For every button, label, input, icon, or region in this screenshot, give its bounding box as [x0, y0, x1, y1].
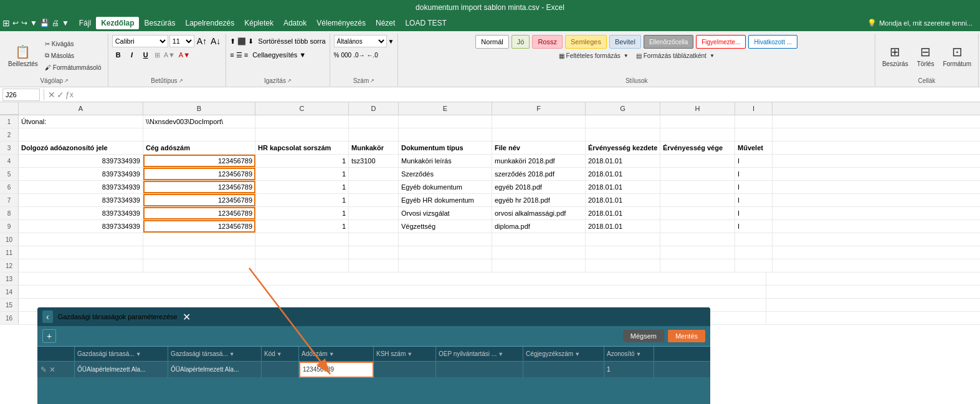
cell[interactable] — [660, 128, 735, 141]
align-left-icon[interactable]: ≡ — [230, 51, 234, 59]
cell[interactable]: Cég adószám — [143, 142, 255, 154]
cell[interactable]: I — [735, 220, 773, 233]
cell[interactable] — [349, 181, 399, 193]
cell[interactable]: I — [735, 194, 773, 206]
cell[interactable]: Munkaköri leírás — [399, 155, 492, 167]
cell[interactable]: 1 — [255, 194, 349, 206]
cell[interactable]: szerződés 2018.pdf — [492, 168, 586, 180]
cell[interactable] — [586, 259, 660, 272]
cell[interactable] — [735, 233, 773, 246]
cell[interactable]: I — [735, 181, 773, 193]
conditional-formatting-button[interactable]: ▦ Feltételes formázás ▼ — [556, 50, 631, 61]
cell[interactable] — [586, 233, 660, 246]
cell[interactable]: Érvényesség kezdete — [586, 142, 660, 154]
cell[interactable] — [19, 246, 143, 259]
cell[interactable]: 8397334939 — [19, 181, 143, 193]
cell[interactable]: HR kapcsolat sorszám — [255, 142, 349, 154]
cell[interactable] — [143, 233, 255, 246]
cell[interactable]: 8397334939 — [19, 207, 143, 219]
style-hivatkoz[interactable]: Hivatkozott ... — [748, 35, 797, 49]
cell-reference-input[interactable] — [2, 89, 40, 101]
cut-button[interactable]: ✂ Kivágás — [42, 38, 104, 49]
number-format-select[interactable]: Általános — [334, 35, 387, 47]
cell[interactable] — [349, 233, 399, 246]
cell-b5[interactable]: 123456789 — [143, 168, 255, 180]
cell[interactable]: Egyéb dokumentum — [399, 181, 492, 193]
style-normal[interactable]: Normál — [475, 35, 508, 49]
cell[interactable]: Dolgozó adóazonosító jele — [19, 142, 143, 154]
cell[interactable] — [660, 168, 735, 180]
cell-b7[interactable]: 123456789 — [143, 194, 255, 206]
cell[interactable] — [349, 246, 399, 259]
cell[interactable]: 2018.01.01 — [586, 168, 660, 180]
menu-beszuras[interactable]: Beszúrás — [139, 17, 180, 29]
cell-b8[interactable]: 123456789 — [143, 207, 255, 219]
cell[interactable]: tsz3100 — [349, 155, 399, 167]
cell[interactable] — [586, 128, 660, 141]
fill-color-icon[interactable]: A▼ — [163, 51, 176, 59]
format-painter-button[interactable]: 🖌 Formátummásoló — [42, 62, 104, 73]
cell[interactable] — [735, 115, 773, 128]
delete-button[interactable]: ⊟ Törlés — [914, 37, 938, 74]
number-format-expand[interactable]: ▼ — [388, 38, 394, 45]
cell[interactable]: 1 — [255, 220, 349, 233]
align-top-icon[interactable]: ⬆ — [230, 37, 235, 46]
style-bevitel[interactable]: Bevitel — [609, 35, 641, 49]
align-center-icon[interactable]: ☰ — [236, 51, 242, 59]
cell[interactable] — [492, 115, 586, 128]
cell[interactable] — [586, 115, 660, 128]
col-header-h[interactable]: H — [660, 102, 735, 115]
formula-input[interactable] — [76, 89, 978, 101]
align-bottom-icon[interactable]: ⬇ — [248, 37, 254, 46]
cell[interactable] — [143, 128, 255, 141]
cell[interactable] — [349, 168, 399, 180]
cell[interactable]: Végzettség — [399, 220, 492, 233]
style-jo[interactable]: Jó — [511, 35, 530, 49]
menu-kezdolap[interactable]: Kezdőlap — [96, 17, 139, 29]
cell[interactable] — [660, 194, 735, 206]
wrap-text-button[interactable]: Sortöréssel több sorra — [258, 37, 325, 45]
cell[interactable] — [660, 246, 735, 259]
insert-function-icon[interactable]: ƒx — [65, 90, 74, 99]
col-header-e[interactable]: E — [399, 102, 492, 115]
igazitas-expand-icon[interactable]: ↗ — [287, 78, 292, 84]
cell[interactable]: Érvényesség vége — [660, 142, 735, 154]
cell[interactable] — [255, 128, 349, 141]
menu-lapelrendezes[interactable]: Lapelrendezés — [181, 17, 240, 29]
cell[interactable] — [399, 246, 492, 259]
cell[interactable]: munkaköri 2018.pdf — [492, 155, 586, 167]
style-ellenorzo[interactable]: Ellenőrzőcella — [644, 35, 693, 49]
cell[interactable] — [399, 128, 492, 141]
cell[interactable] — [660, 155, 735, 167]
cell[interactable] — [255, 115, 349, 128]
cell[interactable] — [143, 259, 255, 272]
cell[interactable] — [735, 259, 773, 272]
cell[interactable] — [399, 115, 492, 128]
cell[interactable] — [255, 246, 349, 259]
cell[interactable] — [660, 220, 735, 233]
cell[interactable]: 8397334939 — [19, 220, 143, 233]
cell[interactable]: I — [735, 155, 773, 167]
cell-b6[interactable]: 123456789 — [143, 181, 255, 193]
cell[interactable] — [255, 259, 349, 272]
cell[interactable]: 8397334939 — [19, 155, 143, 167]
decrease-decimal-icon[interactable]: ←.0 — [366, 52, 378, 59]
cell[interactable]: I — [735, 168, 773, 180]
cell[interactable]: Útvonal: — [19, 115, 143, 128]
szam-expand-icon[interactable]: ↗ — [370, 78, 374, 84]
comma-icon[interactable]: 000 — [341, 52, 351, 59]
cell[interactable]: 8397334939 — [19, 168, 143, 180]
cell[interactable] — [660, 233, 735, 246]
cell[interactable] — [660, 259, 735, 272]
cell[interactable]: 8397334939 — [19, 194, 143, 206]
cell[interactable] — [492, 259, 586, 272]
cell[interactable] — [19, 233, 143, 246]
cell[interactable] — [735, 246, 773, 259]
cell[interactable] — [735, 128, 773, 141]
cell[interactable] — [255, 233, 349, 246]
italic-button[interactable]: I — [126, 49, 138, 61]
cell[interactable]: Dokumentum típus — [399, 142, 492, 154]
panel-back-button[interactable]: ‹ — [42, 310, 53, 323]
cell[interactable] — [660, 207, 735, 219]
style-figyelmez[interactable]: Figyelmezte... — [696, 35, 746, 49]
